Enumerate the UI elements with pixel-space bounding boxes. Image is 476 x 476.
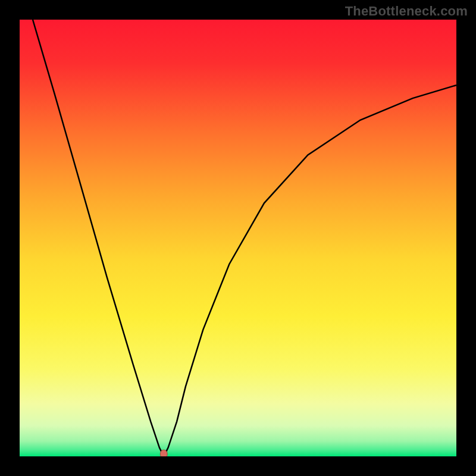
chart-frame: TheBottleneck.com: [0, 0, 476, 476]
optimum-marker: [160, 450, 167, 456]
gradient-background: [20, 20, 456, 456]
plot-area: [20, 20, 456, 456]
chart-svg: [20, 20, 456, 456]
watermark-text: TheBottleneck.com: [345, 4, 468, 19]
